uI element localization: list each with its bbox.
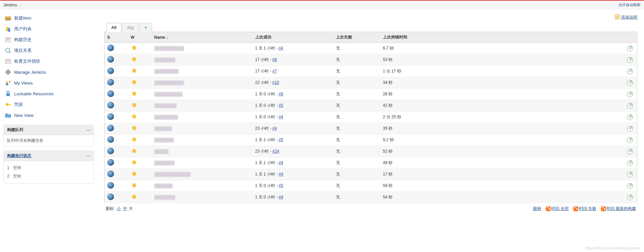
name-cell[interactable] (152, 54, 253, 66)
sidebar-item-label[interactable]: New View (14, 113, 34, 118)
schedule-build-icon[interactable] (627, 171, 635, 178)
name-cell[interactable] (152, 123, 253, 134)
schedule-build-icon[interactable] (627, 57, 635, 63)
build-link[interactable]: #5 (279, 183, 283, 188)
sidebar-item-my-views[interactable]: My Views (3, 77, 94, 88)
name-cell[interactable] (152, 89, 253, 100)
col-status[interactable]: S (105, 32, 128, 43)
build-link[interactable]: #4 (279, 46, 283, 51)
name-cell[interactable] (152, 157, 253, 169)
build-link[interactable]: #4 (279, 172, 283, 177)
name-cell[interactable] (152, 169, 253, 180)
name-cell[interactable] (152, 43, 253, 54)
rss-icon (546, 207, 551, 211)
build-link[interactable]: #8 (279, 92, 283, 96)
tab-all[interactable]: All (106, 23, 121, 32)
last-failure-cell: 无 (333, 112, 380, 123)
name-cell[interactable] (152, 192, 253, 203)
sidebar-item-fingerprint[interactable]: 检查文件指纹 (3, 56, 94, 67)
schedule-build-icon[interactable] (627, 45, 635, 52)
table-row: 1 天 1 小时 - #5无9.2 秒 (105, 134, 637, 146)
last-success-cell: 1 天 0 小时 - #5 (253, 180, 333, 192)
build-link[interactable]: #4 (279, 195, 283, 199)
build-link[interactable]: #4 (279, 115, 283, 119)
tab-new-view[interactable]: + (140, 23, 152, 32)
sidebar-item-new-item[interactable]: 新建Item (3, 13, 94, 24)
col-last-failure[interactable]: 上次失败 (333, 32, 380, 43)
tab-dzg[interactable]: dzg (122, 23, 139, 32)
name-cell[interactable] (152, 134, 253, 146)
status-cell (105, 77, 128, 89)
sidebar-item-label[interactable]: 项目关系 (14, 48, 32, 54)
name-cell[interactable] (152, 77, 253, 89)
iconsize-small[interactable]: 小 (117, 206, 121, 211)
build-link[interactable]: #24 (272, 149, 279, 154)
sidebar-item-relations[interactable]: 项目关系 (3, 45, 94, 56)
sidebar-item-label[interactable]: 构建历史 (14, 37, 32, 43)
executor-title[interactable]: 构建执行状态 (7, 153, 31, 159)
weather-sun-icon (131, 193, 138, 200)
job-table: S W Name ↓ 上次成功 上次失败 上次持续时间 1 天 1 小时 - #… (104, 32, 637, 203)
build-link[interactable]: #6 (272, 57, 277, 62)
sidebar-item-label[interactable]: 检查文件指纹 (14, 58, 40, 64)
schedule-build-icon[interactable] (627, 183, 635, 189)
add-description-link[interactable]: 添加说明 (621, 15, 637, 20)
status-ball-icon (107, 182, 114, 189)
rss-latest-link[interactable]: RSS 最新的构建 (606, 206, 636, 211)
schedule-build-icon[interactable] (627, 125, 635, 132)
weather-sun-icon (131, 79, 138, 86)
col-name[interactable]: Name ↓ (152, 32, 253, 43)
breadcrumb-separator: › (20, 3, 22, 7)
last-success-cell: 23 小时 - #4 (253, 123, 333, 134)
schedule-build-icon[interactable] (627, 137, 635, 144)
schedule-build-icon[interactable] (627, 91, 635, 98)
last-failure-cell: 无 (333, 77, 380, 89)
build-link[interactable]: #4 (279, 160, 283, 165)
sidebar-item-people[interactable]: 用户列表 (3, 24, 94, 34)
build-queue-empty: 队列中没有构建任务 (4, 135, 94, 146)
schedule-build-icon[interactable] (627, 160, 635, 166)
collapse-icon[interactable]: — (86, 154, 90, 158)
name-cell[interactable] (152, 66, 253, 77)
sidebar-item-gear[interactable]: Manage Jenkins (3, 67, 94, 77)
sidebar-item-label[interactable]: 新建Item (14, 15, 31, 21)
iconsize-medium[interactable]: 中 (123, 206, 127, 211)
name-cell[interactable] (152, 100, 253, 112)
sidebar-item-credentials[interactable]: 凭据 (3, 99, 94, 110)
name-cell[interactable] (152, 112, 253, 123)
sidebar-item-folder-plus[interactable]: New View (3, 110, 94, 121)
sidebar-item-label[interactable]: My Views (14, 81, 33, 86)
schedule-build-icon[interactable] (627, 102, 635, 109)
col-last-success[interactable]: 上次成功 (253, 32, 333, 43)
sidebar-item-label[interactable]: Manage Jenkins (14, 70, 46, 75)
col-last-duration[interactable]: 上次持续时间 (380, 32, 624, 43)
sidebar-item-label[interactable]: Lockable Resources (14, 91, 54, 96)
sidebar-item-lock[interactable]: Lockable Resources (3, 88, 94, 99)
build-link[interactable]: #7 (272, 69, 277, 73)
breadcrumb-root[interactable]: Jenkins (3, 3, 17, 7)
build-link[interactable]: #4 (272, 126, 277, 131)
col-weather[interactable]: W (128, 32, 152, 43)
status-ball-icon (107, 90, 114, 97)
rss-all-link[interactable]: RSS 全部 (551, 206, 569, 211)
schedule-build-icon[interactable] (627, 194, 635, 201)
schedule-build-icon[interactable] (627, 114, 635, 121)
sidebar-item-label[interactable]: 用户列表 (14, 26, 32, 32)
build-link[interactable]: #5 (279, 137, 283, 142)
schedule-build-icon[interactable] (627, 80, 635, 86)
schedule-build-icon[interactable] (627, 68, 635, 75)
new-item-icon (5, 15, 11, 22)
build-link[interactable]: #5 (279, 103, 283, 108)
enable-autorefresh-link[interactable]: 允许自动刷新 (618, 2, 641, 7)
build-link[interactable]: #10 (272, 80, 279, 85)
legend-link[interactable]: 图例 (533, 206, 541, 212)
collapse-icon[interactable]: — (86, 128, 90, 132)
name-cell[interactable] (152, 146, 253, 157)
last-success-cell: 17 小时 - #6 (253, 54, 333, 66)
sidebar-item-label[interactable]: 凭据 (14, 101, 23, 107)
schedule-build-icon[interactable] (627, 148, 635, 155)
name-cell[interactable] (152, 180, 253, 192)
sidebar-item-history[interactable]: 构建历史 (3, 34, 94, 45)
build-cell (624, 146, 637, 157)
rss-fail-link[interactable]: RSS 失败 (579, 206, 596, 211)
